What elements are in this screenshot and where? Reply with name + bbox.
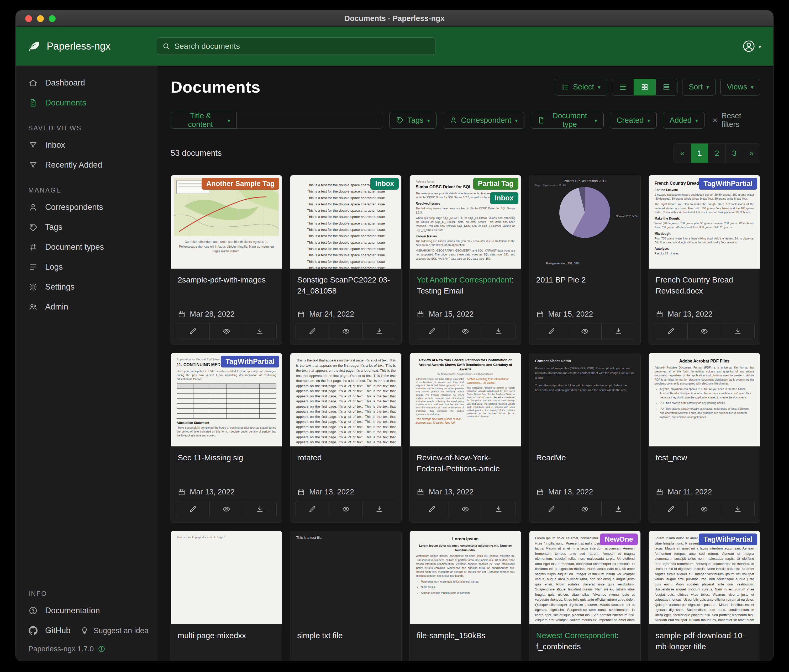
edit-document-button[interactable] xyxy=(176,501,209,517)
reset-filters-button[interactable]: × Reset filters xyxy=(712,111,760,129)
sidebar-item-document-types[interactable]: Document types xyxy=(16,237,158,257)
view-document-button[interactable] xyxy=(329,501,363,517)
filter-created-button[interactable]: Created▾ xyxy=(610,112,657,129)
document-title[interactable]: rotated xyxy=(297,452,394,463)
sidebar-item-correspondents[interactable]: Correspondents xyxy=(16,197,158,217)
edit-document-button[interactable] xyxy=(415,501,448,517)
close-window-button[interactable] xyxy=(25,15,32,22)
document-title[interactable]: 2011 BP Pie 2 xyxy=(536,274,634,285)
tag-badge-tagwithpartial[interactable]: TagWithPartial xyxy=(699,533,757,545)
info-icon[interactable] xyxy=(98,645,105,653)
document-correspondent-link[interactable]: Newest Correspondent xyxy=(536,631,617,640)
sidebar-item-documentation[interactable]: Documentation xyxy=(16,601,158,621)
download-document-button[interactable] xyxy=(721,501,754,517)
sidebar-item-inbox[interactable]: Inbox xyxy=(16,135,158,155)
document-title[interactable]: Sec 11-Missing sig xyxy=(178,452,275,463)
filter-document-type-button[interactable]: Document type▾ xyxy=(531,112,604,129)
global-search[interactable] xyxy=(157,38,436,55)
sidebar-item-admin[interactable]: Admin xyxy=(16,297,158,317)
download-document-button[interactable] xyxy=(601,323,635,339)
download-document-button[interactable] xyxy=(601,501,635,517)
download-document-button[interactable] xyxy=(482,323,515,339)
tag-badge-partial-tag[interactable]: Partial Tag xyxy=(473,178,518,189)
document-title[interactable]: Sonstige ScanPC2022 03-24_081058 xyxy=(297,274,394,296)
document-title[interactable]: Yet Another Correspondent: Testing Email xyxy=(417,274,514,296)
pagination-prev[interactable]: « xyxy=(674,143,691,163)
sidebar-item-suggest-an-idea[interactable]: Suggest an idea xyxy=(70,621,149,640)
edit-document-button[interactable] xyxy=(296,323,329,339)
document-title[interactable]: Newest Correspondent: f_combineds xyxy=(536,630,634,652)
tag-badge-another-sample-tag[interactable]: Another Sample Tag xyxy=(201,178,280,189)
view-document-button[interactable] xyxy=(687,323,721,339)
document-card[interactable]: This is a test file.simple txt file xyxy=(290,530,402,661)
pagination-page-3[interactable]: 3 xyxy=(725,143,743,163)
document-title[interactable]: Review-of-New-York-Federal-Petitions-art… xyxy=(417,452,514,474)
zoom-window-button[interactable] xyxy=(49,15,56,22)
sidebar-item-tags[interactable]: Tags xyxy=(16,217,158,237)
document-card[interactable]: Curabitur bibendum ante urna, sed blandi… xyxy=(171,175,282,345)
grid-view-button[interactable] xyxy=(634,79,655,96)
app-brand[interactable]: Paperless-ngx xyxy=(28,40,110,53)
tag-badge-inbox[interactable]: Inbox xyxy=(490,192,518,204)
edit-document-button[interactable] xyxy=(654,323,687,339)
document-correspondent-link[interactable]: Yet Another Correspondent xyxy=(417,275,511,284)
view-document-button[interactable] xyxy=(329,323,363,339)
download-document-button[interactable] xyxy=(482,501,515,517)
document-card[interactable]: This is the text that appears on the fir… xyxy=(290,353,402,523)
title-content-dropdown[interactable]: Title & content ▾ xyxy=(171,112,237,129)
views-button[interactable]: Views ▾ xyxy=(720,79,760,96)
view-document-button[interactable] xyxy=(449,323,482,339)
tag-badge-tagwithpartial[interactable]: TagWithPartial xyxy=(699,178,757,189)
sidebar-item-logs[interactable]: Logs xyxy=(16,257,158,277)
sidebar-item-documents[interactable]: Documents xyxy=(16,93,158,113)
filter-tags-button[interactable]: Tags▾ xyxy=(389,112,436,129)
document-card[interactable]: Adobe Acrobat PDF FilesAdobe® Portable D… xyxy=(648,353,760,523)
download-document-button[interactable] xyxy=(721,323,754,339)
sort-button[interactable]: Sort ▾ xyxy=(682,79,716,96)
document-title[interactable]: multi-page-mixedxx xyxy=(178,630,275,641)
download-document-button[interactable] xyxy=(243,323,276,339)
document-card[interactable]: Lorem ipsumLorem ipsum dolor sit amet, c… xyxy=(409,530,521,661)
document-title[interactable]: simple txt file xyxy=(297,630,394,641)
search-input[interactable] xyxy=(174,42,430,51)
list-view-button[interactable] xyxy=(612,79,634,96)
document-title[interactable]: ReadMe xyxy=(536,452,634,463)
view-document-button[interactable] xyxy=(449,501,482,517)
download-document-button[interactable] xyxy=(363,501,396,517)
download-document-button[interactable] xyxy=(243,501,276,517)
tag-badge-inbox[interactable]: Inbox xyxy=(371,178,399,189)
tag-badge-newone[interactable]: NewOne xyxy=(600,533,638,545)
document-title[interactable]: French Country Bread Revised.docx xyxy=(656,274,753,296)
select-button[interactable]: Select ▾ xyxy=(555,79,607,96)
document-title[interactable]: test_new xyxy=(656,452,753,463)
sidebar-item-dashboard[interactable]: Dashboard xyxy=(16,73,158,93)
pagination-next[interactable]: » xyxy=(743,143,760,163)
view-document-button[interactable] xyxy=(568,501,601,517)
document-card[interactable]: Lorem ipsum dolor sit amet, consectetur … xyxy=(648,530,760,661)
document-title[interactable]: file-sample_150kBs xyxy=(417,630,514,641)
user-menu[interactable]: ▾ xyxy=(743,40,761,53)
title-content-input[interactable] xyxy=(237,112,383,129)
edit-document-button[interactable] xyxy=(176,323,209,339)
view-document-button[interactable] xyxy=(209,501,243,517)
document-card[interactable]: Application for Medical Staff Membership… xyxy=(171,353,282,523)
document-card[interactable]: This is a multi page document. Page 1.mu… xyxy=(171,530,282,661)
download-document-button[interactable] xyxy=(363,323,396,339)
sidebar-item-recently-added[interactable]: Recently Added xyxy=(16,155,158,175)
edit-document-button[interactable] xyxy=(654,501,687,517)
sidebar-item-github[interactable]: GitHub xyxy=(16,621,70,640)
document-card[interactable]: Lorem ipsum dolor sit amet, consectetur … xyxy=(529,530,641,661)
edit-document-button[interactable] xyxy=(296,501,329,517)
document-title[interactable]: 2sample-pdf-with-images xyxy=(178,274,275,285)
pagination-page-1[interactable]: 1 xyxy=(691,143,708,163)
tag-badge-tagwithpartial[interactable]: TagWithPartial xyxy=(221,356,279,368)
document-card[interactable]: Patient BP Distribution 2011Stage 1 Hype… xyxy=(529,175,641,345)
view-document-button[interactable] xyxy=(687,501,721,517)
edit-document-button[interactable] xyxy=(535,501,568,517)
document-title[interactable]: sample-pdf-download-10-mb-longer-title xyxy=(656,630,753,652)
document-card[interactable]: This is a test for the double space char… xyxy=(290,175,402,345)
view-document-button[interactable] xyxy=(568,323,601,339)
filter-added-button[interactable]: Added▾ xyxy=(663,112,704,129)
minimize-window-button[interactable] xyxy=(37,15,44,22)
edit-document-button[interactable] xyxy=(415,323,448,339)
